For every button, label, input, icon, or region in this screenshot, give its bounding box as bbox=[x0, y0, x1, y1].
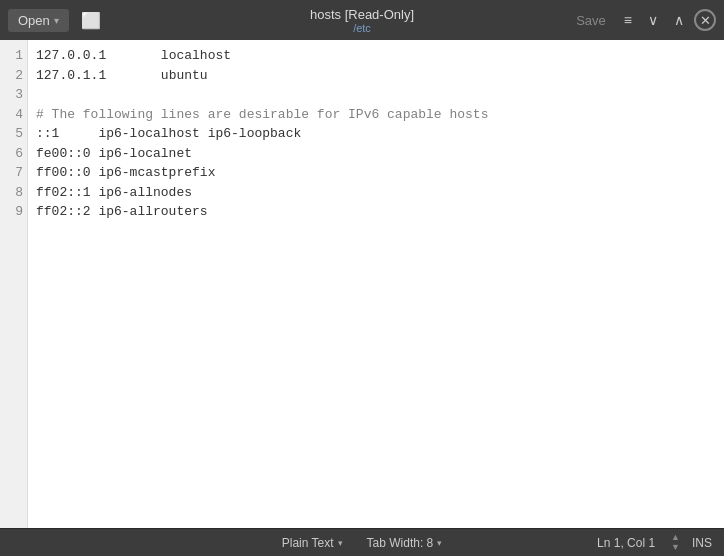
new-file-icon: ⬜ bbox=[81, 12, 101, 29]
editor-area: 123456789 127.0.0.1 localhost127.0.1.1 u… bbox=[0, 40, 724, 528]
line-number: 4 bbox=[6, 105, 23, 125]
code-line: 127.0.0.1 localhost bbox=[36, 46, 716, 66]
window-subtitle: /etc bbox=[310, 22, 414, 34]
chevron-down-button[interactable]: ∨ bbox=[642, 9, 664, 31]
titlebar-center: hosts [Read-Only] /etc bbox=[310, 7, 414, 34]
code-line: ff02::2 ip6-allrouters bbox=[36, 202, 716, 222]
close-button[interactable]: ✕ bbox=[694, 9, 716, 31]
statusbar-right: Ln 1, Col 1 ▲ ▼ INS bbox=[446, 533, 712, 552]
plain-text-dropdown-arrow: ▾ bbox=[338, 538, 343, 548]
open-dropdown-arrow: ▾ bbox=[54, 15, 59, 26]
close-icon: ✕ bbox=[700, 14, 711, 27]
line-number: 5 bbox=[6, 124, 23, 144]
code-line: ff02::1 ip6-allnodes bbox=[36, 183, 716, 203]
titlebar: Open ▾ ⬜ hosts [Read-Only] /etc Save ≡ ∨… bbox=[0, 0, 724, 40]
code-line: 127.0.1.1 ubuntu bbox=[36, 66, 716, 86]
cursor-position[interactable]: Ln 1, Col 1 bbox=[593, 534, 659, 552]
chevron-up-icon: ∧ bbox=[674, 12, 684, 28]
line-number: 6 bbox=[6, 144, 23, 164]
titlebar-right: Save ≡ ∨ ∧ ✕ bbox=[568, 9, 716, 32]
scroll-down-button[interactable]: ▼ bbox=[671, 543, 680, 552]
tab-width-selector[interactable]: Tab Width: 8 ▾ bbox=[363, 534, 447, 552]
menu-icon: ≡ bbox=[624, 12, 632, 28]
chevron-up-button[interactable]: ∧ bbox=[668, 9, 690, 31]
line-numbers: 123456789 bbox=[0, 40, 28, 528]
statusbar: Plain Text ▾ Tab Width: 8 ▾ Ln 1, Col 1 … bbox=[0, 528, 724, 556]
plain-text-selector[interactable]: Plain Text ▾ bbox=[278, 534, 347, 552]
new-file-button[interactable]: ⬜ bbox=[73, 7, 109, 34]
code-line: ::1 ip6-localhost ip6-loopback bbox=[36, 124, 716, 144]
line-number: 3 bbox=[6, 85, 23, 105]
tab-width-label: Tab Width: 8 bbox=[367, 536, 434, 550]
plain-text-label: Plain Text bbox=[282, 536, 334, 550]
tab-width-dropdown-arrow: ▾ bbox=[437, 538, 442, 548]
window-title: hosts [Read-Only] bbox=[310, 7, 414, 22]
scroll-arrows: ▲ ▼ bbox=[671, 533, 680, 552]
open-button[interactable]: Open ▾ bbox=[8, 9, 69, 32]
code-line: ff00::0 ip6-mcastprefix bbox=[36, 163, 716, 183]
line-number: 7 bbox=[6, 163, 23, 183]
line-number: 9 bbox=[6, 202, 23, 222]
menu-button[interactable]: ≡ bbox=[618, 9, 638, 31]
chevron-down-icon: ∨ bbox=[648, 12, 658, 28]
cursor-position-label: Ln 1, Col 1 bbox=[597, 536, 655, 550]
statusbar-center: Plain Text ▾ Tab Width: 8 ▾ bbox=[278, 534, 447, 552]
ins-indicator: INS bbox=[692, 536, 712, 550]
code-line: # The following lines are desirable for … bbox=[36, 105, 716, 125]
line-number: 2 bbox=[6, 66, 23, 86]
line-number: 1 bbox=[6, 46, 23, 66]
scroll-up-button[interactable]: ▲ bbox=[671, 533, 680, 542]
code-content[interactable]: 127.0.0.1 localhost127.0.1.1 ubuntu # Th… bbox=[28, 40, 724, 528]
line-number: 8 bbox=[6, 183, 23, 203]
titlebar-left: Open ▾ ⬜ bbox=[8, 7, 109, 34]
save-button[interactable]: Save bbox=[568, 9, 614, 32]
code-line bbox=[36, 85, 716, 105]
open-label: Open bbox=[18, 13, 50, 28]
code-line: fe00::0 ip6-localnet bbox=[36, 144, 716, 164]
